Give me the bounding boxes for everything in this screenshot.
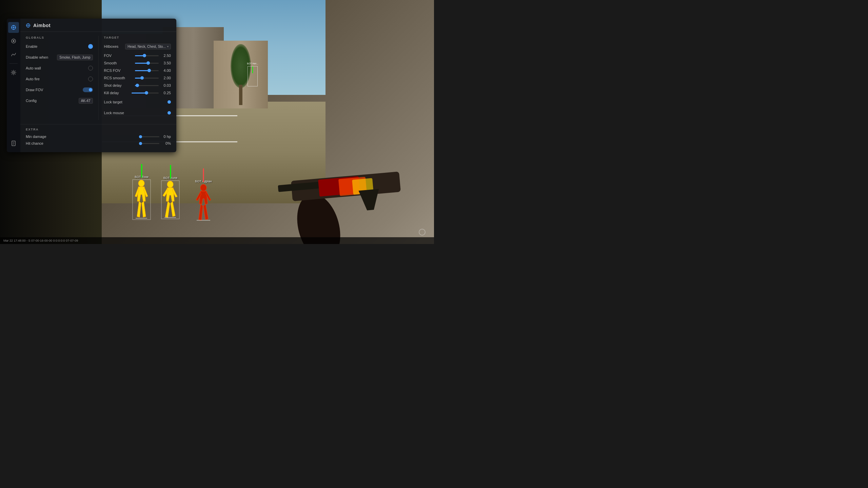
rcs-smooth-value: 2.00 [161,76,171,80]
kill-delay-label: Kill delay [104,91,124,95]
nav-item-scripts[interactable] [8,138,19,149]
rcs-smooth-slider-container: 2.00 [125,76,171,80]
enable-label: Enable [26,44,37,48]
rcs-fov-slider-container: 4.00 [124,68,171,73]
target-header: TARGET [104,36,171,39]
bot-toni-wrapper: БОТ Тони [132,175,151,221]
config-dropdown[interactable]: AK-47 [79,98,93,104]
auto-fire-toggle[interactable] [88,77,93,81]
smooth-slider-thumb [146,61,150,65]
rcs-fov-label: RCS FOV [104,68,124,73]
rcs-smooth-slider-track[interactable] [135,78,159,79]
lock-target-toggle[interactable] [167,100,171,104]
hit-chance-row: Hit chance 0% [26,141,171,145]
bot-adrian-figure [193,184,214,221]
config-row: Config AK-47 [26,97,93,104]
auto-wall-row: Auto wall [26,64,93,72]
hit-chance-slider-right: 0% [139,141,171,145]
nav-separator [9,63,18,64]
extra-header: EXTRA [26,128,171,131]
gear-icon [11,70,16,75]
hit-chance-slider-track[interactable] [139,143,159,144]
kill-delay-value: 0.25 [161,91,171,95]
svg-point-21 [13,40,15,42]
disable-when-dropdown[interactable]: Smoke, Flash, Jump [57,55,93,60]
document-icon [11,141,16,146]
lock-mouse-toggle[interactable] [167,111,171,115]
bot-esp-box: БОТ Нет... [248,66,258,86]
hitboxes-label: Hitboxes [104,44,119,48]
lock-mouse-row: Lock mouse [104,109,171,117]
min-damage-slider-track[interactable] [139,136,159,137]
lock-mouse-label: Lock mouse [104,111,124,115]
enable-row: Enable [26,43,93,50]
globals-column: GLOBALS Enable Disable when Smoke, Flash… [26,36,99,120]
rcs-fov-row: RCS FOV 4.00 [104,68,171,73]
auto-wall-toggle[interactable] [88,66,93,70]
shot-delay-slider-track[interactable] [135,85,159,86]
kill-delay-slider-fill [132,93,146,94]
nav-item-misc[interactable] [8,49,19,60]
disable-when-label: Disable when [26,55,48,59]
crosshair-icon [11,25,16,30]
shot-delay-row: Shot delay 0.03 [104,83,171,87]
fov-slider-container: 2.50 [124,54,171,58]
hitboxes-value: Head, Neck, Chest, Sto... [127,45,166,48]
svg-point-3 [167,181,173,188]
nav-item-visuals[interactable] [8,36,19,46]
curve-icon [11,52,16,57]
draw-fov-toggle[interactable] [83,87,93,92]
weapon-svg [251,108,434,244]
svg-point-15 [13,27,14,28]
shot-delay-slider-container: 0.03 [124,83,171,87]
rcs-fov-value: 4.00 [161,68,171,73]
panel-title-icon [26,23,31,28]
extra-section: EXTRA Min damage 0 hp Hit chance [20,124,176,152]
shot-delay-label: Shot delay [104,83,124,87]
aimbot-panel: Aimbot GLOBALS Enable Disable when Smoke… [7,19,176,152]
target-column: TARGET Hitboxes Head, Neck, Chest, Sto..… [99,36,171,120]
rcs-fov-slider-track[interactable] [135,70,159,71]
kill-delay-row: Kill delay 0.25 [104,91,171,95]
panel-content: Aimbot GLOBALS Enable Disable when Smoke… [20,19,176,152]
panel-title-bar: Aimbot [20,19,176,32]
lock-target-row: Lock target [104,98,171,106]
fov-slider-track[interactable] [135,55,159,56]
rcs-fov-slider-thumb [147,69,151,72]
smooth-row: Smooth 3.50 [104,61,171,65]
hitboxes-row: Hitboxes Head, Neck, Chest, Sto... ▾ [104,43,171,50]
min-damage-row: Min damage 0 hp [26,135,171,139]
kill-delay-slider-track[interactable] [132,93,159,94]
bot-adrian-wrapper: БОТ Адрiан [193,180,214,222]
corner-indicator [419,229,426,236]
rcs-smooth-row: RCS smooth 2.00 [104,76,171,80]
fov-slider-thumb [143,54,146,57]
panel-title: Aimbot [33,23,51,28]
eye-icon [11,38,16,44]
svg-point-0 [138,180,144,187]
enable-toggle[interactable] [88,44,93,49]
fov-label: FOV [104,54,124,58]
smooth-slider-track[interactable] [135,63,159,64]
min-damage-slider-thumb [139,135,142,138]
disable-when-row: Disable when Smoke, Flash, Jump [26,54,93,61]
draw-fov-label: Draw FOV [26,88,43,92]
lock-target-label: Lock target [104,100,122,104]
weapon-area [251,102,434,244]
hitboxes-dropdown[interactable]: Head, Neck, Chest, Sto... ▾ [125,44,171,49]
min-damage-label: Min damage [26,135,46,139]
fov-value: 2.50 [161,54,171,58]
svg-point-28 [27,25,29,26]
auto-wall-label: Auto wall [26,66,41,70]
nav-item-settings[interactable] [8,67,19,78]
min-damage-value: 0 hp [161,135,171,139]
rcs-fov-slider-fill [135,70,149,71]
draw-fov-row: Draw FOV [26,86,93,94]
hit-chance-label: Hit chance [26,141,43,145]
rcs-smooth-label: RCS smooth [104,76,125,80]
nav-item-aimbot[interactable] [8,22,19,33]
min-damage-slider-right: 0 hp [139,135,171,139]
globals-header: GLOBALS [26,36,93,39]
hitboxes-chevron: ▾ [167,45,169,48]
shot-delay-value: 0.03 [161,83,171,87]
